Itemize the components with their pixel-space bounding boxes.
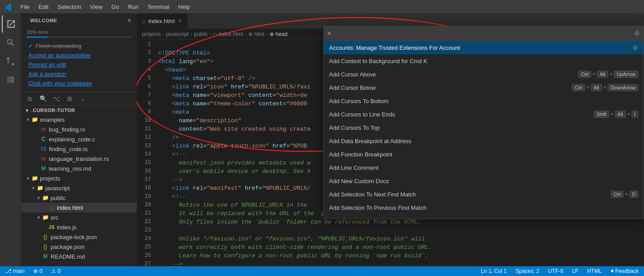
command-item-accounts[interactable]: Accounts: Manage Trusted Extensions For … [324,41,644,54]
tree-item-public[interactable]: ▼ 📁 public [21,193,137,203]
breadcrumb-sep3: › [210,31,211,37]
activity-explorer[interactable] [2,15,20,33]
command-search-input[interactable] [327,28,634,39]
tree-item-package-lock[interactable]: {} package-lock.json [21,232,137,242]
command-item-function-breakpoint[interactable]: Add Function Breakpoint [324,148,644,161]
file-rs2-icon: rs [40,156,47,162]
prompt-edit-label[interactable]: Prompt an edit [28,61,66,68]
welcome-item-autocomplete[interactable]: Accept an autocomplete [27,51,131,60]
welcome-item-prompt[interactable]: Prompt an edit [27,60,131,69]
tree-section-label: .CURSOR-TUTOR [31,108,75,113]
ask-question-label[interactable]: Ask a question [28,71,66,77]
command-item-add-context[interactable]: Add Context to Background for Cmd K [324,54,644,68]
explorer-nav-branch[interactable]: ⌥ [52,94,61,104]
tree-item-index-js[interactable]: JS index.js [21,222,137,232]
menu-file[interactable]: File [17,3,33,11]
tree-item-readme[interactable]: M README.md [21,252,137,261]
chat-codebase-label[interactable]: Chat with your codebase [28,80,92,87]
breadcrumb-javascript[interactable]: javascript [166,31,189,37]
activity-extensions[interactable] [2,71,20,89]
status-language[interactable]: HTML [585,268,604,274]
command-item-custom-docs[interactable]: Add New Custom Docs [324,174,644,188]
tab-index-html[interactable]: ◇ index.html × [137,13,188,28]
tree-item-index-html[interactable]: ◇ index.html [21,203,137,212]
command-item-cursors-bottom[interactable]: Add Cursors To Bottom [324,94,644,108]
bug-finding-label: bug_finding.rs [49,126,85,133]
activity-source-control[interactable] [2,52,20,70]
command-label-1: Add Context to Background for Cmd K [329,58,638,64]
tree-item-javascript[interactable]: ▼ 📁 javascript [21,183,137,193]
welcome-item-chat[interactable]: Chat with your codebase [27,79,131,88]
expand-projects-icon: ▼ [25,176,31,181]
tree-item-finding-code[interactable]: TS finding_code.ts [21,144,137,154]
tree-item-projects[interactable]: ▼ 📁 projects [21,173,137,183]
kbd-alt2: Alt [591,84,602,91]
menu-view[interactable]: View [87,3,106,11]
command-item-prev-find[interactable]: Add Selection To Previous Find Match [324,201,644,214]
breadcrumb-head[interactable]: ⊕ head [270,31,287,37]
menu-edit[interactable]: Edit [35,3,52,11]
package-json-label: package.json [51,244,85,250]
tree-section-cursor-tutor[interactable]: ▼ .CURSOR-TUTOR [21,106,137,115]
breadcrumb-public[interactable]: public [194,31,208,37]
welcome-item-finish[interactable]: ✓ Finish onboarding [27,41,131,51]
plus2: + [609,71,613,77]
command-item-xhr-breakpoint[interactable]: Add XHR/fetch Breakpoint [324,214,644,219]
status-spaces[interactable]: Spaces: 2 [514,268,541,274]
command-item-line-comment[interactable]: Add Line Comment [324,161,644,174]
sidebar: WELCOME × 20% done ✓ Finish onboarding A… [21,13,137,266]
command-item-cursors-top[interactable]: Add Cursors To Top [324,121,644,134]
explorer-nav-grid[interactable]: ⊞ [65,94,75,104]
tree-item-bug-finding[interactable]: rs bug_finding.rs [21,124,137,134]
file-json2-icon: {} [42,244,49,250]
status-branch[interactable]: ⎇ main [4,268,26,274]
command-label-10: Add New Custom Docs [329,178,638,184]
command-item-cursor-above[interactable]: Add Cursor Above Ctrl + Alt + UpArrow [324,68,644,81]
kbd-uparrow: UpArrow [614,71,638,78]
status-encoding[interactable]: UTF-8 [546,268,565,274]
projects-label: projects [40,175,60,182]
menu-selection[interactable]: Selection [54,3,84,11]
tree-item-package-json[interactable]: {} package.json [21,242,137,252]
sidebar-close-button[interactable]: × [127,17,131,24]
kbd-d: D [629,191,638,198]
status-warnings[interactable]: ⚠ 0 [49,268,62,274]
command-item-gear-icon[interactable]: ⚙ [632,44,638,51]
tree-item-examples[interactable]: ▼ 📁 examples [21,115,137,124]
file-md-icon: M [40,165,47,172]
command-gear-icon[interactable]: ⚙ [634,30,640,37]
command-item-cursors-line-ends[interactable]: Add Cursors to Line Ends Shift + Alt + I [324,108,644,121]
tree-item-src[interactable]: ▼ 📁 src [21,212,137,222]
tree-item-explaining-code[interactable]: C explaining_code.c [21,134,137,144]
accept-autocomplete-label[interactable]: Accept an autocomplete [28,52,90,59]
menu-terminal[interactable]: Terminal [144,3,173,11]
breadcrumb-projects[interactable]: projects [142,31,161,37]
explorer-nav-copy[interactable]: ⧉ [25,94,35,104]
breadcrumb-html[interactable]: ⊕ html [248,31,264,37]
folder-examples-icon: 📁 [31,116,38,123]
breadcrumb-file[interactable]: ◇ index.html [213,31,243,37]
status-errors[interactable]: ⊗ 0 [32,268,44,274]
explorer-nav-more[interactable]: ⌄ [78,94,88,104]
menu-go[interactable]: Go [108,3,123,11]
menu-bar: File Edit Selection View Go Run Terminal… [0,0,644,13]
kbd-downarrow: DownArrow [608,84,638,91]
tree-item-language-translation[interactable]: rs language_translation.rs [21,154,137,164]
file-c-icon: C [40,136,47,142]
tree-item-learning-oss[interactable]: M learning_oss.md [21,164,137,173]
menu-run[interactable]: Run [124,3,142,11]
command-item-next-find[interactable]: Add Selection To Next Find Match Ctrl + … [324,188,644,201]
command-item-data-breakpoint[interactable]: Add Data Breakpoint at Address [324,134,644,148]
file-md2-icon: M [42,253,49,260]
explorer-nav-search[interactable]: 🔍 [38,94,48,104]
tab-close-button[interactable]: × [177,17,183,24]
welcome-item-ask[interactable]: Ask a question [27,69,131,79]
status-eol[interactable]: LF [570,268,580,274]
menu-help[interactable]: Help [175,3,194,11]
plus3: + [586,84,590,91]
file-html-icon: ◇ [48,204,55,211]
status-position[interactable]: Ln 1, Col 1 [479,268,509,274]
activity-search[interactable] [2,34,20,52]
command-item-cursor-below[interactable]: Add Cursor Below Ctrl + Alt + DownArrow [324,81,644,94]
status-feedback[interactable]: ♥ Feedback [609,268,640,274]
